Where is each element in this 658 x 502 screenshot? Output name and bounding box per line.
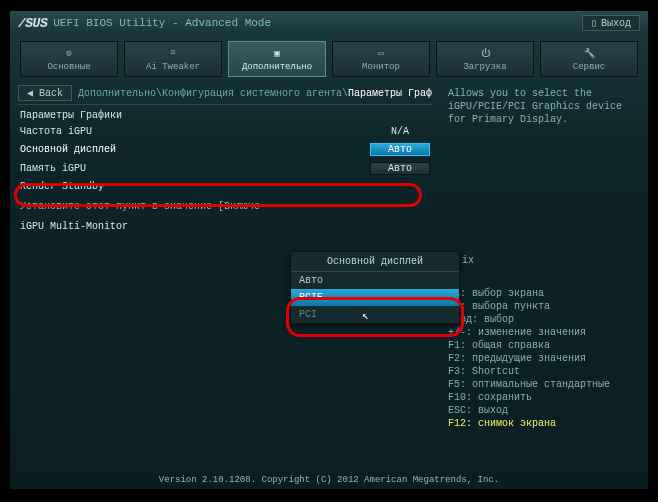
tab-tweaker[interactable]: ≡ Ai Tweaker [124,41,222,77]
truncated-text: ix [462,255,474,266]
setting-label: Render Standby [20,181,104,192]
help-key-line: ↑↓: выбора пункта [448,300,632,313]
chip-icon: ▣ [229,46,325,60]
back-button[interactable]: ◀ Back [18,85,72,101]
tab-label: Дополнительно [229,62,325,72]
help-key-line: ESC: выход [448,404,632,417]
help-key-line: ++: выбор экрана [448,287,632,300]
gear-icon: ⚙ [21,46,117,60]
power-icon: ⏻ [437,46,533,60]
help-key-line: +/-: изменение значения [448,326,632,339]
door-icon: ▯ [591,17,597,29]
setting-note: Установите этот пункт в значение [Включе [18,195,432,218]
setting-igpu-frequency[interactable]: Частота iGPU N/A [18,123,432,140]
help-panel: Allows you to select the iGPU/PCIE/PCI G… [440,81,640,491]
help-key-f12: F12: снимок экрана [448,417,632,430]
dropdown-option-pcie[interactable]: PCIE [291,289,459,306]
help-key-line: F2: предыдущие значения [448,352,632,365]
exit-label: Выход [601,18,631,29]
tab-advanced[interactable]: ▣ Дополнительно [228,41,326,77]
help-key-line: F10: сохранить [448,391,632,404]
dropdown-title: Основной дисплей [291,252,459,272]
tab-main[interactable]: ⚙ Основные [20,41,118,77]
setting-multi-monitor[interactable]: iGPU Multi-Monitor [18,218,432,235]
back-label: Back [39,88,63,99]
section-title: Параметры Графики [18,108,432,123]
setting-label: iGPU Multi-Monitor [20,221,128,232]
tab-label: Ai Tweaker [125,62,221,72]
help-key-line: F1: общая справка [448,339,632,352]
tuning-icon: ≡ [125,46,221,60]
setting-primary-display[interactable]: Основной дисплей Авто [18,140,432,159]
setting-label: Память iGPU [20,163,86,174]
dropdown-option-pci[interactable]: PCI [291,306,459,323]
footer-version: Version 2.10.1208. Copyright (C) 2012 Am… [10,475,648,485]
tab-label: Сервис [541,62,637,72]
breadcrumb-active: Параметры Графики [348,88,432,99]
wrench-icon: 🔧 [541,46,637,60]
help-keys: ++: выбор экрана ↑↓: выбора пункта Ввод:… [448,287,632,430]
tab-monitor[interactable]: ▭ Монитор [332,41,430,77]
primary-display-dropdown: Основной дисплей Авто PCIE PCI [290,251,460,324]
breadcrumb-seg: Дополнительно\ [78,88,162,99]
tab-label: Основные [21,62,117,72]
setting-igpu-memory[interactable]: Память iGPU Авто [18,159,432,178]
monitor-icon: ▭ [333,46,429,60]
main-panel: ◀ Back Дополнительно\Конфигурация систем… [10,81,440,491]
exit-button[interactable]: ▯ Выход [582,15,640,31]
app-title: UEFI BIOS Utility - Advanced Mode [53,17,271,29]
setting-value: N/A [370,126,430,137]
title-bar: /SUS UEFI BIOS Utility - Advanced Mode ▯… [10,11,648,35]
tab-label: Монитор [333,62,429,72]
tab-tool[interactable]: 🔧 Сервис [540,41,638,77]
breadcrumb: Дополнительно\Конфигурация системного аг… [78,88,432,99]
setting-label: Частота iGPU [20,126,92,137]
help-key-line: F3: Shortcut [448,365,632,378]
setting-value-button[interactable]: Авто [370,162,430,175]
setting-value-button[interactable]: Авто [370,143,430,156]
breadcrumb-seg: Конфигурация системного агента\ [162,88,348,99]
tab-boot[interactable]: ⏻ Загрузка [436,41,534,77]
tab-label: Загрузка [437,62,533,72]
main-tabs: ⚙ Основные ≡ Ai Tweaker ▣ Дополнительно … [10,35,648,81]
brand-logo: /SUS [18,16,47,31]
setting-label: Основной дисплей [20,144,116,155]
dropdown-option-auto[interactable]: Авто [291,272,459,289]
help-key-line: F5: оптимальные стандартные [448,378,632,391]
arrow-left-icon: ◀ [27,87,39,99]
help-key-line: Ввод: выбор [448,313,632,326]
setting-render-standby[interactable]: Render Standby [18,178,432,195]
help-description: Allows you to select the iGPU/PCIE/PCI G… [448,87,632,287]
